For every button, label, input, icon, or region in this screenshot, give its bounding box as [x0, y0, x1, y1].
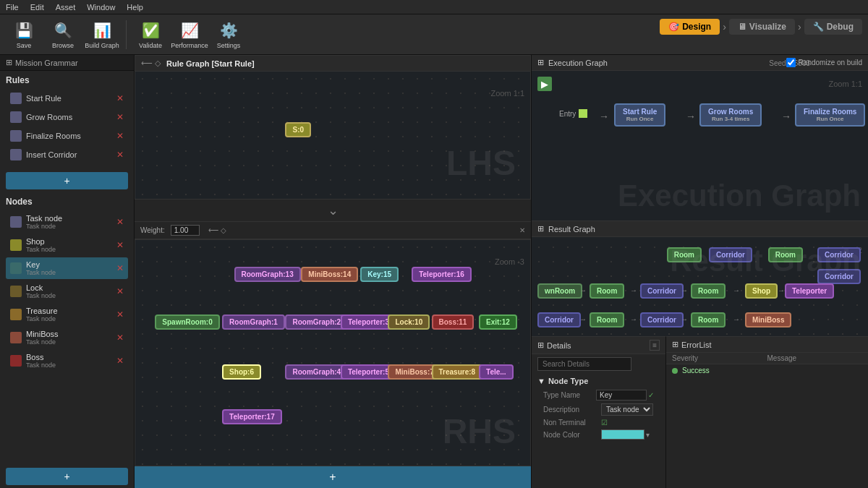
- rhs-nav-arrows[interactable]: ⟵ ◇: [208, 226, 226, 234]
- menu-edit[interactable]: Edit: [30, 3, 44, 12]
- node-delete-lock[interactable]: ✕: [116, 286, 124, 296]
- rule-delete-finalize[interactable]: ✕: [116, 131, 124, 141]
- validate-button[interactable]: ✅ Validate: [132, 17, 169, 53]
- rule-item-finalize[interactable]: Finalize Rooms ✕: [6, 127, 128, 145]
- result-node-corridor-b2[interactable]: Corridor: [640, 312, 684, 328]
- node-color-swatch[interactable]: [601, 429, 644, 440]
- build-graph-button[interactable]: 📊 Build Graph: [84, 17, 120, 53]
- rhs-node-roomgraph1[interactable]: RoomGraph:1: [222, 314, 285, 330]
- tab-design[interactable]: 🎯 Design: [660, 19, 720, 35]
- result-node-spawnroom[interactable]: wnRoom: [537, 283, 582, 299]
- exec-node-finalize-rooms[interactable]: Finalize Rooms Run Once: [795, 103, 865, 127]
- menu-file[interactable]: File: [6, 3, 19, 12]
- node-item-shop[interactable]: Shop Task node ✕: [6, 234, 128, 256]
- rule-label-grow: Grow Rooms: [26, 113, 112, 121]
- node-name-miniboss: MiniBoss: [26, 330, 112, 338]
- rule-delete-start[interactable]: ✕: [116, 93, 124, 103]
- result-node-shop[interactable]: Shop: [745, 283, 778, 299]
- rule-item-start[interactable]: Start Rule ✕: [6, 90, 128, 107]
- result-node-corridor-r2[interactable]: Corridor: [817, 269, 861, 284]
- result-node-corridor-r1b[interactable]: Corridor: [709, 247, 752, 262]
- menu-help[interactable]: Help: [127, 3, 143, 12]
- rhs-node-spawnroom0[interactable]: SpawnRoom:0: [155, 314, 219, 330]
- result-node-corridor-m1[interactable]: Corridor: [640, 283, 684, 299]
- add-rule-button[interactable]: +: [6, 172, 128, 189]
- lhs-graph-bg[interactable]: Zoom 1:1 S:0 LHS: [135, 72, 530, 197]
- details-icon: ⊞: [537, 341, 544, 350]
- lhs-node-s0[interactable]: S:0: [285, 122, 311, 137]
- add-node-button[interactable]: +: [6, 468, 128, 485]
- rule-item-grow[interactable]: Grow Rooms ✕: [6, 108, 128, 126]
- result-node-room-r1c[interactable]: Room: [667, 247, 702, 262]
- rhs-node-teleporter17[interactable]: Teleporter:17: [222, 409, 282, 424]
- rhs-graph-bg[interactable]: Zoom -3 RoomGraph:13 MiniBoss:14 Key:15 …: [135, 240, 530, 466]
- rhs-node-key15[interactable]: Key:15: [360, 267, 399, 282]
- save-button[interactable]: 💾 Save: [6, 17, 42, 53]
- details-typename-input[interactable]: [596, 390, 647, 401]
- node-item-tasknode[interactable]: Task node Task node ✕: [6, 211, 128, 233]
- details-view-button[interactable]: ≡: [650, 340, 660, 351]
- exec-node-start-rule[interactable]: Start Rule Run Once: [614, 103, 665, 127]
- rule-label-finalize: Finalize Rooms: [26, 132, 112, 140]
- lhs-nav-arrows[interactable]: ⟵ ◇: [141, 59, 161, 68]
- result-node-teleporter[interactable]: Teleporter: [785, 283, 834, 299]
- details-description-select[interactable]: Task node: [601, 403, 653, 416]
- rhs-node-teleporter16[interactable]: Teleporter:16: [412, 267, 472, 282]
- rhs-node-tele-extra[interactable]: Tele...: [479, 364, 514, 380]
- result-node-miniboss[interactable]: MiniBoss: [745, 312, 791, 328]
- rhs-close-button[interactable]: ✕: [519, 226, 525, 234]
- node-item-treasure[interactable]: Treasure Task node ✕: [6, 304, 128, 325]
- node-delete-boss[interactable]: ✕: [116, 356, 124, 366]
- node-item-lock[interactable]: Lock Task node ✕: [6, 281, 128, 302]
- weight-input[interactable]: [171, 225, 200, 236]
- rhs-node-exit12[interactable]: Exit:12: [479, 314, 517, 330]
- exec-graph-panel: ⊞ Execution Graph Seed: 16803 Randomize …: [532, 55, 868, 221]
- node-delete-miniboss[interactable]: ✕: [116, 333, 124, 343]
- menu-asset[interactable]: Asset: [56, 3, 76, 12]
- non-terminal-checkbox[interactable]: ☑: [601, 419, 608, 427]
- tab-debug[interactable]: 🔧 Debug: [804, 19, 862, 35]
- node-item-miniboss[interactable]: MiniBoss Task node ✕: [6, 327, 128, 348]
- node-name-treasure: Treasure: [26, 307, 112, 315]
- result-node-room-b2[interactable]: Room: [691, 312, 726, 328]
- randomize-checkbox-input[interactable]: [786, 58, 796, 67]
- node-item-boss[interactable]: Boss Task node ✕: [6, 350, 128, 372]
- details-search-input[interactable]: [537, 357, 631, 371]
- tab-visualize[interactable]: 🖥 Visualize: [729, 19, 795, 35]
- rhs-node-boss11[interactable]: Boss:11: [432, 314, 475, 330]
- result-node-room-r1a[interactable]: Room: [768, 247, 803, 262]
- exec-arrow-1: →: [599, 111, 609, 122]
- node-delete-tasknode[interactable]: ✕: [116, 217, 124, 227]
- result-node-room-m[interactable]: Room: [590, 283, 624, 299]
- rhs-node-treasure8[interactable]: Treasure:8: [432, 364, 483, 380]
- exec-play-button[interactable]: ▶: [537, 77, 552, 91]
- rule-delete-grow[interactable]: ✕: [116, 112, 124, 122]
- rhs-node-roomgraph2[interactable]: RoomGraph:2: [285, 314, 348, 330]
- performance-button[interactable]: 📈 Performance: [171, 17, 208, 53]
- rule-item-corridor[interactable]: Insert Corridor ✕: [6, 146, 128, 163]
- rhs-node-lock10[interactable]: Lock:10: [388, 314, 430, 330]
- result-node-corridor-r1[interactable]: Corridor: [817, 247, 861, 262]
- rhs-node-roomgraph4[interactable]: RoomGraph:4: [285, 364, 348, 380]
- result-node-corridor-b1[interactable]: Corridor: [537, 312, 581, 328]
- build-icon: 📊: [92, 20, 112, 40]
- node-name-boss: Boss: [26, 353, 112, 361]
- exec-randomize-checkbox[interactable]: Randomize on build: [786, 58, 862, 67]
- browse-button[interactable]: 🔍 Browse: [45, 17, 81, 53]
- rule-delete-corridor[interactable]: ✕: [116, 150, 124, 160]
- result-node-room-b1[interactable]: Room: [590, 312, 624, 328]
- add-production-button[interactable]: +: [135, 466, 531, 488]
- node-delete-treasure[interactable]: ✕: [116, 309, 124, 320]
- rhs-node-shop6[interactable]: Shop:6: [222, 364, 261, 380]
- color-dropdown-icon[interactable]: ▾: [646, 431, 650, 439]
- settings-button[interactable]: ⚙️ Settings: [210, 17, 247, 53]
- result-node-room-m2[interactable]: Room: [691, 283, 726, 299]
- exec-node-grow-rooms[interactable]: Grow Rooms Run 3-4 times: [699, 103, 762, 127]
- rhs-node-roomgraph13[interactable]: RoomGraph:13: [234, 267, 301, 282]
- node-delete-shop[interactable]: ✕: [116, 240, 124, 250]
- rhs-node-miniboss14[interactable]: MiniBoss:14: [301, 267, 358, 282]
- node-delete-key[interactable]: ✕: [116, 263, 124, 273]
- rule-label-start: Start Rule: [26, 94, 112, 103]
- node-item-key[interactable]: Key Task node ✕: [6, 257, 128, 279]
- menu-window[interactable]: Window: [87, 3, 115, 12]
